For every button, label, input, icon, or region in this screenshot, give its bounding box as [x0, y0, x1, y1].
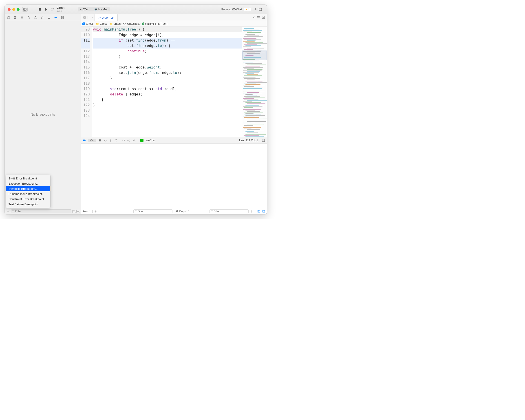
menu-item[interactable]: Test Failure Breakpoint [6, 202, 50, 207]
filter-icon: ☰ [211, 210, 213, 213]
editor-options-icon[interactable] [257, 16, 260, 19]
svg-rect-25 [83, 16, 84, 17]
add-breakpoint-button[interactable]: + [6, 209, 10, 213]
menu-item[interactable]: Symbolic Breakpoint... [6, 186, 50, 191]
folder-icon: 📁 [96, 22, 99, 25]
close-icon[interactable] [8, 8, 10, 11]
project-navigator-icon[interactable] [7, 16, 14, 19]
info-icon[interactable]: ⓘ [99, 209, 101, 213]
breakpoint-navigator: No Breakpoints + ☰ Swift Error Breakpoin… [5, 14, 81, 214]
show-variables-icon[interactable] [257, 210, 261, 213]
jump-bar[interactable]: ACTest › 📁CTest › 📁graph › C+GraphTest ›… [81, 21, 267, 27]
scope-toggle-1[interactable] [72, 210, 76, 213]
function-icon: f [142, 22, 144, 25]
tab-bar: | ‹ › C+ GraphTest ⟲ [81, 14, 267, 21]
svg-rect-52 [264, 210, 265, 212]
wechat-process-icon [140, 139, 143, 142]
step-into-icon[interactable] [109, 139, 112, 142]
empty-state-label: No Breakpoints [30, 113, 55, 116]
stop-button[interactable] [37, 8, 43, 11]
memory-graph-icon[interactable] [127, 139, 130, 142]
console-view: All Output ⌃ ☰ 🗑 | [174, 143, 267, 214]
svg-rect-36 [100, 139, 101, 141]
symbol-navigator-icon[interactable] [20, 16, 27, 19]
process-name[interactable]: WeChat [146, 139, 155, 142]
project-title[interactable]: CTest main [56, 6, 65, 12]
environment-override-icon[interactable] [132, 139, 136, 142]
debug-view-icon[interactable]: ✂ [122, 139, 125, 142]
svg-rect-6 [259, 8, 262, 10]
scheme-device[interactable]: 💻My Mac [92, 7, 110, 11]
warnings-badge[interactable]: ▲ 1 [244, 8, 251, 11]
titlebar: CTest main ▸CTest 💻My Mac Running WeChat… [5, 5, 267, 14]
add-breakpoint-menu: Swift Error BreakpointException Breakpoi… [6, 175, 50, 208]
debug-navigator-icon[interactable] [47, 16, 54, 19]
window-traffic-lights [5, 8, 19, 11]
branch-name: main [56, 10, 65, 12]
console-filter[interactable]: ☰ [209, 209, 249, 213]
line-gutter[interactable]: 93110111 1121131141151161171181191201211… [81, 27, 92, 137]
console-filter-input[interactable] [214, 210, 247, 213]
toggle-navigator-button[interactable] [22, 7, 28, 12]
test-navigator-icon[interactable] [41, 16, 47, 19]
minimap[interactable] [242, 27, 267, 137]
scheme-target[interactable]: ▸CTest [78, 7, 92, 11]
folder-icon: 📁 [109, 22, 113, 25]
add-tab-button[interactable]: + [253, 7, 259, 12]
activity-status: Running WeChat [221, 8, 242, 11]
menu-item[interactable]: Exception Breakpoint... [6, 181, 50, 186]
sourcecontrol-navigator-icon[interactable] [14, 16, 20, 19]
run-button[interactable] [43, 8, 49, 11]
refresh-icon[interactable]: ⟲ [253, 16, 255, 19]
step-out-icon[interactable] [114, 139, 118, 142]
add-editor-icon[interactable] [262, 16, 265, 19]
issue-navigator-icon[interactable] [34, 16, 41, 19]
toggle-inspector-button[interactable] [259, 8, 265, 11]
filter-icon: ☰ [134, 210, 137, 213]
variables-filter-input[interactable] [138, 210, 171, 213]
warning-icon: ▲ [245, 8, 248, 11]
console-output-select[interactable]: All Output ⌃ [175, 210, 189, 213]
project-name: CTest [56, 6, 65, 10]
vim-mode-badge[interactable]: Vim [88, 139, 96, 142]
pause-icon[interactable] [98, 139, 102, 142]
source-editor[interactable]: 93110111 1121131141151161171181191201211… [81, 27, 242, 137]
report-navigator-icon[interactable] [61, 16, 68, 19]
trash-icon[interactable]: 🗑 [250, 210, 253, 213]
navigator-filter-input[interactable] [15, 210, 70, 213]
editor-area: | ‹ › C+ GraphTest ⟲ ACTest › 📁CTest [81, 14, 267, 214]
svg-rect-27 [83, 18, 84, 19]
menu-item[interactable]: Swift Error Breakpoint [6, 176, 50, 181]
filter-icon: ☰ [12, 210, 14, 213]
toggle-debug-area-icon[interactable] [262, 139, 265, 142]
variables-view: Auto ⌃ | ◉ ⓘ ☰ [81, 143, 174, 214]
svg-point-3 [52, 8, 53, 9]
back-button[interactable]: ‹ [89, 16, 90, 19]
svg-line-46 [128, 140, 129, 141]
cursor-position: Line: 111 Col: 1 [239, 139, 258, 142]
variables-scope-select[interactable]: Auto ⌃ [82, 210, 90, 213]
scope-toggle-2[interactable] [76, 210, 80, 213]
quicklook-icon[interactable]: ◉ [94, 210, 97, 213]
forward-button[interactable]: › [92, 16, 93, 19]
menu-item[interactable]: Runtime Issue Breakpoint... [6, 191, 50, 197]
code-content[interactable]: void mainMinimalTree() { Edge edge = edg… [92, 27, 242, 137]
breakpoint-navigator-icon[interactable] [54, 16, 61, 19]
navigator-filter[interactable]: ☰ [11, 209, 71, 213]
navigator-footer: + ☰ [5, 208, 81, 214]
svg-rect-35 [99, 139, 100, 141]
step-over-icon[interactable] [104, 139, 107, 142]
svg-point-42 [128, 140, 128, 141]
variables-filter[interactable]: ☰ [133, 209, 172, 213]
breakpoint-toggle-icon[interactable] [83, 139, 86, 142]
svg-line-45 [128, 140, 129, 140]
minimize-icon[interactable] [12, 8, 15, 11]
file-tab[interactable]: C+ GraphTest [94, 14, 118, 21]
svg-rect-26 [85, 16, 85, 17]
menu-item[interactable]: Constraint Error Breakpoint [6, 197, 50, 202]
related-items-icon[interactable] [83, 16, 86, 19]
zoom-icon[interactable] [17, 8, 19, 11]
show-console-icon[interactable] [262, 210, 265, 213]
svg-rect-13 [22, 16, 23, 17]
find-navigator-icon[interactable] [27, 16, 34, 19]
